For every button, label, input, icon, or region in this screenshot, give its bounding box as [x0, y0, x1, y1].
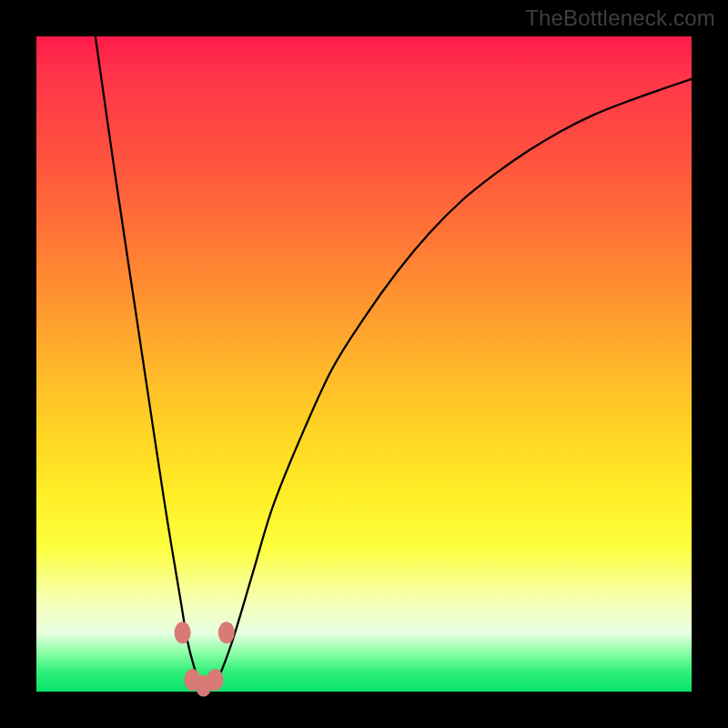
marker-dot: [207, 669, 224, 691]
marker-dot: [175, 622, 191, 643]
chart-plot-area: [36, 36, 692, 692]
chart-frame: TheBottleneck.com: [0, 0, 728, 728]
chart-svg: [36, 36, 692, 692]
watermark-text: TheBottleneck.com: [525, 5, 715, 31]
marker-dot: [218, 622, 235, 643]
bottleneck-curve: [96, 36, 692, 686]
